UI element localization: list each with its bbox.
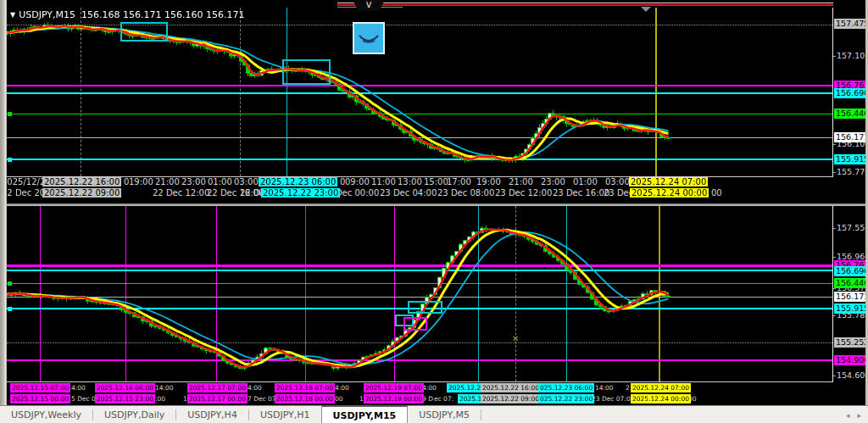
line-start-marker (8, 158, 12, 162)
time-axis-badge: 2025.12.22 16:00 (42, 177, 121, 186)
time-axis-label: 13:00 (398, 177, 422, 186)
time-axis-label: 23 Dec 04:00 (380, 188, 437, 198)
time-axis-badge: 2025.12.15 23:00 (95, 394, 155, 404)
tab-scroll-arrows: ◂ ▸ (846, 406, 868, 423)
time-axis-label: 11:00 (371, 177, 396, 186)
tab-scroll-left-button[interactable]: ◂ (846, 411, 850, 420)
time-axis-label: 01:00 (573, 177, 598, 186)
time-axis-badge: 025.12.22 23:00 (538, 394, 594, 404)
time-axis-label: 03:00 (234, 177, 259, 186)
indicator-box (120, 22, 168, 42)
time-axis-label: 4:00 (422, 383, 437, 392)
line-start-marker (8, 112, 12, 116)
tab-usdjpy-weekly[interactable]: USDJPY,Weekly (0, 406, 92, 423)
time-axis-label: 2025/12/2 (2, 177, 45, 186)
blue-app-icon[interactable] (353, 22, 385, 54)
time-axis-label: 4:00 (248, 383, 262, 392)
time-axis-label: :00 (155, 394, 165, 404)
time-axis-label: 15:00 (424, 177, 448, 186)
time-axis-badge: 2025.12.22 23:00 (261, 188, 340, 198)
chart-tab-bar: USDJPY,Weekly USDJPY,Daily USDJPY,H4 USD… (0, 405, 868, 423)
time-axis-badge: 2025.12.16 06:00 (95, 383, 155, 392)
top-stripe-white (337, 3, 833, 3)
time-axis-label: 03:00 (605, 177, 630, 186)
price-axis-badge: 157.475 (834, 19, 868, 29)
chart-header-m15: ▼USDJPY,M15 156.168 156.171 156.160 156.… (10, 9, 245, 20)
time-axis-label: 14:00 (595, 383, 614, 392)
chart-window-separator[interactable] (0, 203, 868, 206)
time-axis-badge: 2025.12.24 00:00 (631, 394, 691, 404)
tab-usdjpy-h1[interactable]: USDJPY,H1 (249, 406, 321, 423)
time-axis-label: ec 07: (434, 394, 453, 404)
price-axis-label: 157.105 (837, 51, 868, 61)
time-axis-badge: 2025.12.18 07:00 (275, 383, 335, 392)
time-axis-label: 23:00 (541, 177, 565, 186)
time-axis-label: 23 Dec 07:0 (592, 394, 631, 404)
ohlc-low: 156.160 (164, 9, 203, 20)
ohlc-close: 156.171 (206, 9, 245, 20)
time-axis-badge: 2025.12.22 09:00 (481, 394, 541, 404)
time-axis-label: 21:00 (509, 177, 533, 186)
price-axis-badge: 156.171 (834, 292, 868, 302)
time-axis-label: 17:00 (447, 177, 471, 186)
time-axis-label: 14:00 (155, 383, 174, 392)
time-axis-label: 01:00 (208, 177, 232, 186)
price-axis-badge: 156.171 (834, 132, 868, 142)
smile-curve-icon (354, 24, 383, 53)
time-axis-label: 22 Dec 12:00 (153, 188, 209, 198)
price-axis-label: 157.550 (837, 223, 868, 233)
indicator-box (408, 301, 442, 314)
time-axis-badge: 2025.12.24 07:00 (631, 383, 691, 392)
tab-usdjpy-m5[interactable]: USDJPY,M5 (408, 406, 481, 423)
price-axis-label: 154.600 (837, 370, 868, 381)
time-axis-badge: 2025.12.23 06:00 (259, 177, 337, 186)
time-axis-label: 19:00 (129, 177, 153, 186)
price-axis-badge: 156.446 (834, 278, 868, 288)
time-axis-badge: 2025.12.15 07:00 (10, 383, 70, 392)
time-axis-label: 4:00 (71, 383, 86, 392)
time-axis-badge: 2025.12.19 00:00 (364, 394, 424, 404)
time-axis-badge: 025.12.23 06:00 (538, 383, 594, 392)
time-axis-badge: 2025.12.15 00:00 (10, 394, 70, 404)
time-axis-badge: 2025.12.24 07:00 (629, 177, 708, 186)
time-axis-badge: 2025.12.18 00:00 (275, 394, 335, 404)
price-axis-badge: 155.252 (834, 337, 868, 348)
time-axis-label: 09:00 (345, 177, 370, 186)
time-axis-label: 23 Dec 16:00 (553, 188, 609, 198)
time-axis-label: 00 (335, 394, 343, 404)
time-axis-label: 23:00 (181, 177, 206, 186)
time-axis-label: 23 Dec 08:00 (437, 188, 494, 198)
time-axis-badge: 2025.12.24 00:00 (630, 188, 709, 198)
yellow-x-marker: ✕ (512, 334, 519, 343)
time-axis-label: 00 (711, 188, 722, 198)
ohlc-open: 156.168 (81, 9, 120, 20)
top-stripe-red (337, 4, 833, 6)
price-axis-badge: 155.915 (834, 303, 868, 314)
plot-bottom-border (7, 381, 833, 382)
tab-usdjpy-h4[interactable]: USDJPY,H4 (176, 406, 248, 423)
line-start-marker (8, 307, 12, 311)
plot-bottom-border (7, 176, 833, 177)
tab-usdjpy-daily[interactable]: USDJPY,Daily (93, 406, 175, 423)
tab-scroll-right-button[interactable]: ▸ (857, 411, 861, 420)
tab-separator (481, 409, 481, 420)
time-axis-badge: 2025.12.22 16:00 (481, 383, 541, 392)
price-axis-badge: 156.690 (834, 88, 868, 98)
time-axis-label: 2 (626, 383, 630, 392)
time-axis-badge: 2025.12.22 09:00 (42, 188, 121, 198)
chart-symbol-dropdown-icon[interactable]: ▼ (10, 11, 15, 19)
time-axis-badge: 2025.12.17 00:00 (187, 394, 248, 404)
time-axis-label: 23 Dec 12:00 (495, 188, 552, 198)
line-start-marker (8, 281, 12, 286)
plot-right-border (832, 206, 833, 381)
ohlc-high: 156.171 (123, 9, 162, 20)
time-axis-label: 21:00 (155, 177, 180, 186)
price-axis-label: 155.770 (837, 167, 868, 177)
price-axis-badge: 156.446 (834, 109, 868, 119)
plot-right-border (832, 8, 833, 176)
time-axis-label: 19:00 (476, 177, 501, 186)
price-axis-badge: 154.906 (834, 355, 868, 365)
tab-usdjpy-m15[interactable]: USDJPY,M15 (321, 405, 409, 423)
time-axis-badge: 2025.12.17 07:00 (187, 383, 248, 392)
candlestick-plot-usdjpy-h1[interactable] (7, 206, 832, 381)
